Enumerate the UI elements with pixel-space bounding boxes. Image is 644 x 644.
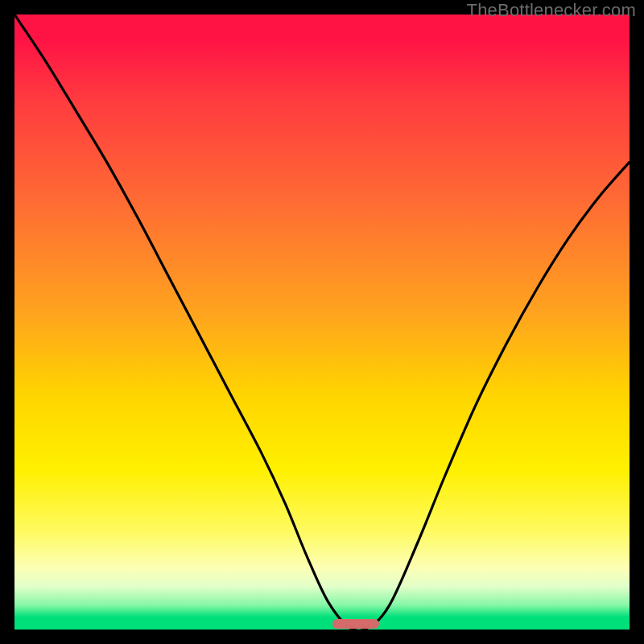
optimum-marker	[332, 619, 378, 629]
bottleneck-curve	[14, 14, 630, 630]
watermark-text: TheBottlenecker.com	[467, 0, 636, 21]
plot-area	[14, 14, 630, 630]
chart-frame: TheBottlenecker.com	[0, 0, 644, 644]
